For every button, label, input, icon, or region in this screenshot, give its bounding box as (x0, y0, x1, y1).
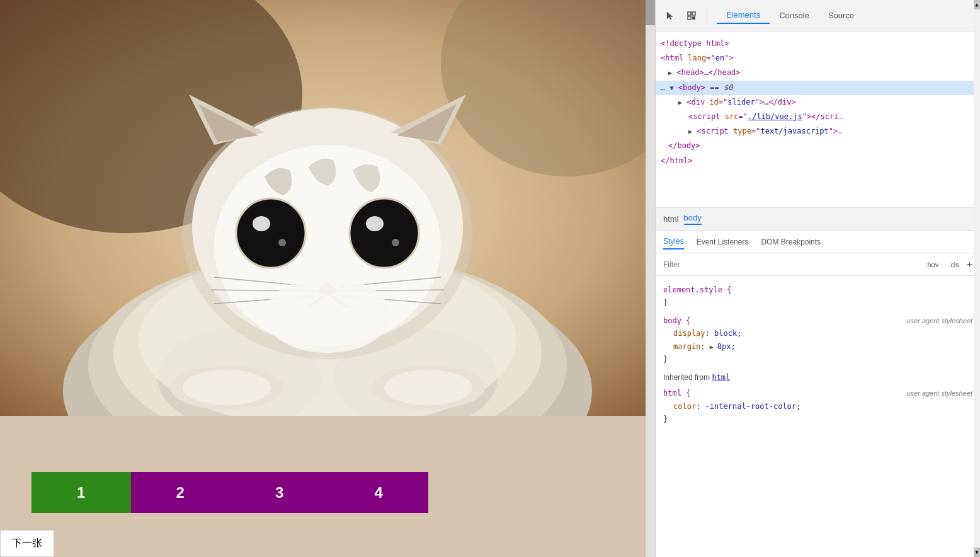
cat-image (0, 0, 655, 416)
left-scrollbar[interactable] (646, 0, 655, 557)
filter-bar: :hov .cls + (656, 253, 980, 276)
body-expand-triangle[interactable] (669, 83, 673, 92)
dom-line-script-type[interactable]: <script type="text/javascript">… (656, 124, 980, 139)
subtab-styles[interactable]: Styles (663, 234, 684, 250)
inspect-tool-button[interactable] (683, 7, 700, 25)
svg-point-36 (265, 277, 390, 353)
toolbar-separator (707, 8, 707, 23)
css-property-display[interactable]: display: block; (673, 327, 972, 340)
left-scrollbar-thumb[interactable] (646, 0, 655, 25)
tab-source[interactable]: Source (819, 8, 863, 23)
head-expand-triangle[interactable] (668, 68, 672, 77)
devtools-toolbar: Elements Console Source (656, 0, 980, 32)
browser-content: 1 2 3 4 下一张 (0, 0, 655, 557)
svg-point-23 (351, 200, 418, 267)
svg-point-24 (366, 216, 384, 231)
css-property-margin[interactable]: margin: ▶ 8px; (673, 340, 972, 353)
css-rule-html: html { user agent stylesheet color: -int… (656, 384, 980, 428)
slider-controls: 1 2 3 4 (31, 472, 428, 513)
svg-point-25 (392, 239, 399, 246)
devtools-tabs: Elements Console Source (717, 7, 863, 24)
breadcrumb-body[interactable]: body (684, 213, 702, 225)
slider-button-1[interactable]: 1 (31, 472, 131, 513)
cat-image-area (0, 0, 655, 416)
svg-point-21 (278, 239, 286, 246)
subtab-event-listeners[interactable]: Event Listeners (697, 235, 749, 249)
svg-point-40 (384, 370, 472, 405)
dom-line-body[interactable]: … <body> == $0 (656, 81, 980, 95)
dom-line-close-body: </body> (656, 139, 980, 153)
dom-line-script-src[interactable]: <script src="./lib/vue.js"></scri… (656, 110, 980, 124)
svg-point-20 (253, 216, 270, 231)
filter-cls-button[interactable]: .cls (946, 260, 962, 270)
svg-rect-43 (688, 16, 691, 20)
css-rules: element.style { } body { user agent styl… (656, 276, 980, 557)
next-button[interactable]: 下一张 (0, 530, 54, 557)
cursor-tool-button[interactable] (662, 7, 680, 25)
svg-point-38 (183, 370, 271, 405)
script-type-expand-triangle[interactable] (688, 127, 692, 135)
inherited-from-section: Inherited from html (656, 368, 980, 384)
breadcrumb-html[interactable]: html (663, 214, 679, 224)
slider-button-3[interactable]: 3 (230, 472, 329, 513)
dom-line-html[interactable]: <html lang="en"> (656, 51, 980, 66)
dom-tree: <!doctype html> <html lang="en"> <head>…… (656, 32, 980, 208)
dom-line-slider-div[interactable]: <div id="slider">…</div> (656, 95, 980, 110)
dom-line-close-html: </html> (656, 154, 980, 168)
devtools-panel: Elements Console Source <!doctype html> … (655, 0, 980, 557)
tab-elements[interactable]: Elements (717, 7, 770, 24)
slider-button-2[interactable]: 2 (131, 472, 231, 513)
svg-point-19 (237, 200, 304, 267)
dom-line-head[interactable]: <head>…</head> (656, 66, 980, 80)
slider-expand-triangle[interactable] (678, 98, 682, 106)
css-property-color[interactable]: color: -internal-root-color; (673, 400, 972, 413)
tab-console[interactable]: Console (770, 8, 819, 23)
dom-line-doctype: <!doctype html> (656, 37, 980, 51)
svg-rect-44 (692, 16, 695, 20)
css-rule-body: body { user agent stylesheet display: bl… (656, 312, 980, 369)
scrollbar-down-arrow[interactable]: ▼ (974, 548, 980, 557)
subtab-dom-breakpoints[interactable]: DOM Breakpoints (761, 235, 821, 249)
svg-rect-42 (692, 12, 695, 15)
css-rule-element-style: element.style { } (656, 281, 980, 312)
filter-input[interactable] (663, 260, 918, 269)
devtools-vertical-scrollbar[interactable]: ▲ ▼ (974, 0, 980, 557)
slider-button-4[interactable]: 4 (329, 472, 429, 513)
breadcrumb-bar: html body (656, 208, 980, 231)
scrollbar-up-arrow[interactable]: ▲ (974, 0, 980, 9)
filter-add-button[interactable]: + (967, 259, 972, 270)
svg-rect-41 (688, 12, 691, 15)
filter-hov-button[interactable]: :hov (923, 260, 941, 270)
inherited-tag-html[interactable]: html (712, 373, 730, 382)
styles-subtabs: Styles Event Listeners DOM Breakpoints (656, 231, 980, 253)
